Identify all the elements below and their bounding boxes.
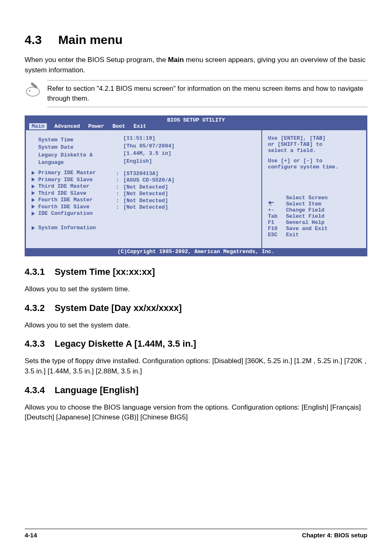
svg-point-0 [26,87,39,96]
field-fourth-ide-master[interactable]: Fourth IDE Master : [Not Detected] [32,197,256,204]
help-nav-general-help: F1 General Help [268,219,360,226]
subsection-body: Allows you to set the system time. [25,284,367,295]
triangle-icon [32,177,35,182]
field-system-date[interactable]: System Date [Thu 05/07/2004] [32,143,256,151]
help-line: or [SHIFT-TAB] to [268,141,360,147]
field-primary-ide-master[interactable]: Primary IDE Master : [ST320413A] [32,170,256,177]
field-primary-ide-slave[interactable]: Primary IDE Slave : [ASUS CD-S520/A] [32,177,256,184]
bios-tab-main[interactable]: Main [29,123,47,129]
help-line: Use [+] or [-] to [268,158,360,164]
triangle-icon [32,226,35,230]
subsection-body: Allows you to choose the BIOS language v… [25,403,367,423]
subsection-heading: 4.3.2System Date [Day xx/xx/xxxx] [25,303,367,313]
bios-tabs: Main Advanced Power Boot Exit [26,123,366,130]
field-system-information[interactable]: System Information [32,225,256,231]
note-text: Refer to section "4.2.1 BIOS menu screen… [47,80,367,107]
bios-tab-boot[interactable]: Boot [110,123,131,129]
help-line: select a field. [268,147,360,154]
field-system-time[interactable]: System Time [11:51:19] [32,135,256,143]
section-title: Main menu [58,33,123,46]
subsection-body: Allows you to set the system date. [25,320,367,331]
subsection-heading: 4.3.3Legacy Diskette A [1.44M, 3.5 in.] [25,339,367,349]
page-number: 4-14 [25,532,37,539]
triangle-icon [32,205,35,209]
bios-help-panel: Use [ENTER], [TAB] or [SHIFT-TAB] to sel… [262,130,366,248]
help-nav-exit: ESC Exit [268,232,360,238]
bios-title: BIOS SETUP UTILITY [26,117,366,123]
help-line: Use [ENTER], [TAB] [268,135,360,141]
triangle-icon [32,191,35,195]
help-nav-select-field: Tab Select Field [268,213,360,219]
triangle-icon [32,198,35,202]
bios-copyright: (C)Copyright 1985-2002, American Megatre… [26,248,366,255]
help-line: configure system time. [268,164,360,170]
note-box: Refer to section "4.2.1 BIOS menu screen… [25,80,367,107]
bios-left-panel: System Time [11:51:19] System Date [Thu … [26,130,262,248]
svg-marker-2 [29,90,30,92]
bios-tab-exit[interactable]: Exit [131,123,152,129]
section-heading: 4.3Main menu [25,33,367,47]
subsection-body: Sets the type of floppy drive installed.… [25,356,367,376]
note-pencil-icon [25,80,47,100]
triangle-icon [32,212,35,216]
help-nav-select-item: ↑↓ Select Item [268,201,360,207]
field-fourth-ide-slave[interactable]: Fourth IDE Slave : [Not Detected] [32,204,256,211]
svg-rect-1 [30,82,38,89]
field-ide-configuration[interactable]: IDE Configuration [32,210,256,216]
subsection-heading: 4.3.1System Time [xx:xx:xx] [25,267,367,277]
triangle-icon [32,171,35,175]
bios-screen: BIOS SETUP UTILITY Main Advanced Power B… [25,115,367,256]
section-number: 4.3 [25,33,42,46]
field-third-ide-slave[interactable]: Third IDE Slave : [Not Detected] [32,190,256,197]
field-legacy-diskette[interactable]: Legacy Diskette A [1.44M, 3.5 in] [32,150,256,158]
help-nav-change-field: +- Change Field [268,207,360,213]
field-third-ide-master[interactable]: Third IDE Master : [Not Detected] [32,183,256,190]
bios-tab-advanced[interactable]: Advanced [52,123,85,129]
subsection-heading: 4.3.4Language [English] [25,385,367,396]
intro-paragraph: When you enter the BIOS Setup program, t… [25,55,367,75]
triangle-icon [32,184,35,189]
chapter-label: Chapter 4: BIOS setup [302,532,367,539]
help-nav-select-screen: Select Screen [268,195,360,201]
help-nav-save-exit: F10 Save and Exit [268,226,360,232]
bios-tab-power[interactable]: Power [86,123,110,129]
field-language[interactable]: Language [English] [32,158,256,166]
page-footer: 4-14 Chapter 4: BIOS setup [25,529,367,539]
